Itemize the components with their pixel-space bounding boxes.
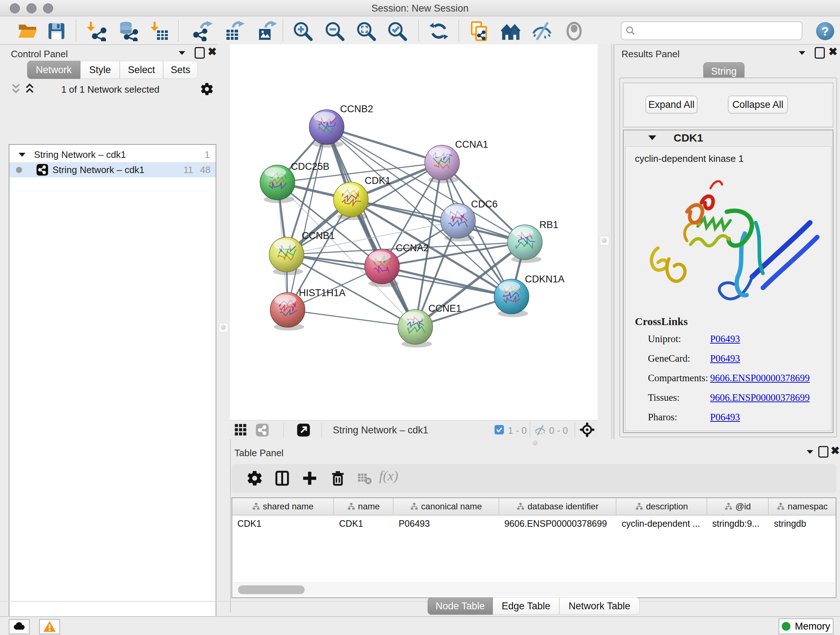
tab-edge-table[interactable]: Edge Table	[493, 597, 559, 615]
show-columns-button[interactable]	[272, 469, 292, 489]
cloud-icon	[12, 620, 26, 633]
network-selection-status: 1 of 1 Network selected	[43, 84, 177, 95]
table-panel-close-icon[interactable]: ✖	[831, 446, 840, 455]
tab-select[interactable]: Select	[120, 61, 163, 79]
column-header[interactable]: canonical name	[393, 498, 499, 515]
tab-sets[interactable]: Sets	[163, 61, 198, 79]
cell-shared-name[interactable]: CDK1	[232, 518, 334, 529]
column-header[interactable]: @id	[707, 498, 769, 515]
crosslink-value-link[interactable]: P06493	[710, 412, 740, 423]
import-table-button[interactable]	[149, 21, 169, 41]
gene-section-caret-icon[interactable]	[648, 135, 656, 140]
first-neighbors-button[interactable]	[501, 21, 521, 41]
network-collection-row[interactable]: String Network – cdk1 1	[9, 147, 216, 162]
table-toolbar: f(x)	[232, 464, 836, 493]
expand-all-button[interactable]: Expand All	[645, 96, 698, 114]
help-button[interactable]: ?	[815, 21, 835, 41]
warnings-button[interactable]	[39, 619, 60, 634]
show-all-button[interactable]	[564, 21, 584, 41]
crosslink-value-link[interactable]: P06493	[710, 333, 740, 345]
network-edge[interactable]	[287, 127, 327, 310]
table-panel-menu-caret-icon[interactable]	[807, 450, 813, 454]
results-panel-close-icon[interactable]: ✖	[829, 47, 837, 57]
column-header[interactable]: database identifier	[499, 498, 616, 515]
crosslink-value-link[interactable]: 9606.ENSP00000378699	[710, 392, 810, 403]
save-session-button[interactable]	[46, 21, 66, 41]
network-edge[interactable]	[327, 127, 442, 163]
right-splitter-grip[interactable]	[600, 236, 609, 245]
column-header[interactable]: namespac	[769, 498, 836, 515]
export-network-button[interactable]	[193, 21, 213, 41]
string-share-gray-icon[interactable]	[256, 423, 269, 437]
birds-eye-view-icon[interactable]	[234, 424, 247, 436]
open-session-button[interactable]	[17, 21, 38, 41]
control-panel-float-icon[interactable]	[195, 47, 205, 59]
export-table-button[interactable]	[224, 21, 245, 41]
column-header[interactable]: description	[616, 498, 707, 515]
network-node-cdc6[interactable]: CDC6	[441, 199, 498, 241]
collapse-all-networks-icon[interactable]	[9, 82, 22, 96]
cloud-status-button[interactable]	[9, 619, 30, 634]
crosslink-value-link[interactable]: P06493	[710, 353, 740, 364]
column-header[interactable]: name	[334, 498, 393, 515]
table-panel-float-icon[interactable]	[818, 446, 829, 458]
tab-node-table[interactable]: Node Table	[428, 597, 493, 615]
cell-id[interactable]: stringdb:9...	[707, 518, 769, 529]
crosslink-value-link[interactable]: 9606.ENSP00000378699	[710, 372, 810, 384]
network-row-selected[interactable]: String Network – cdk1 11 48	[9, 162, 216, 177]
network-node-hist1h1a[interactable]: HIST1H1A	[270, 287, 346, 331]
table-row[interactable]: CDK1 CDK1 P06493 9606.ENSP00000378699 cy…	[232, 516, 836, 532]
memory-button[interactable]: Memory	[778, 618, 834, 634]
results-panel-menu-caret-icon[interactable]	[799, 51, 805, 55]
cell-canonical-name[interactable]: P06493	[393, 518, 499, 529]
right-splitter[interactable]	[598, 44, 615, 439]
apply-layout-button[interactable]	[429, 21, 449, 41]
table-panel-title: Table Panel	[234, 448, 284, 459]
control-panel-close-icon[interactable]: ✖	[208, 47, 217, 57]
open-in-new-window-icon[interactable]	[297, 423, 310, 437]
plus-icon	[301, 470, 318, 487]
network-edge[interactable]	[287, 310, 415, 327]
network-collection-label: String Network – cdk1	[34, 149, 126, 160]
network-graph-svg: CCNB2CCNA1CDC25BCDK1CDC6RB1CCNB1CCNA2CDK…	[230, 44, 598, 420]
network-options-gear-icon[interactable]	[200, 82, 214, 96]
tab-network[interactable]: Network	[27, 61, 80, 79]
export-image-button[interactable]	[256, 21, 276, 41]
delete-table-button[interactable]	[355, 469, 375, 489]
hide-selected-button[interactable]	[532, 21, 552, 41]
cell-name[interactable]: CDK1	[334, 518, 393, 529]
copy-network-button[interactable]	[470, 21, 490, 41]
tree-expand-caret-icon[interactable]	[19, 152, 26, 157]
create-column-button[interactable]	[300, 469, 320, 489]
fit-selected-crosshair-icon[interactable]	[579, 422, 595, 437]
search-input[interactable]	[636, 23, 802, 38]
network-node-rb1[interactable]: RB1	[508, 219, 559, 263]
function-builder-button[interactable]: f(x)	[379, 468, 398, 484]
delete-columns-button[interactable]	[328, 469, 348, 489]
table-options-button[interactable]	[245, 469, 265, 489]
tab-network-table[interactable]: Network Table	[559, 597, 639, 615]
zoom-out-button[interactable]	[325, 21, 345, 41]
results-panel-float-icon[interactable]	[815, 47, 825, 59]
houses-icon	[501, 21, 521, 41]
import-network-file-button[interactable]	[87, 21, 107, 41]
cell-description[interactable]: cyclin-dependent ...	[616, 518, 707, 529]
tab-style[interactable]: Style	[80, 61, 120, 79]
network-view-canvas[interactable]: CCNB2CCNA1CDC25BCDK1CDC6RB1CCNB1CCNA2CDK…	[230, 44, 598, 420]
zoom-fit-button[interactable]	[356, 21, 376, 41]
import-network-from-database-button[interactable]	[118, 21, 138, 41]
collapse-all-button[interactable]: Collapse All	[728, 96, 788, 114]
toolbar-separator	[283, 20, 283, 41]
scrollbar-thumb[interactable]	[238, 585, 305, 594]
zoom-selected-button[interactable]	[387, 21, 407, 41]
cell-namespace[interactable]: stringdb	[769, 518, 836, 529]
left-splitter-grip[interactable]	[219, 323, 228, 333]
cell-database-identifier[interactable]: 9606.ENSP00000378699	[499, 518, 616, 529]
network-node-cdkn1a[interactable]: CDKN1A	[494, 274, 565, 317]
zoom-in-button[interactable]	[293, 21, 313, 41]
table-horizontal-scrollbar[interactable]	[233, 583, 835, 597]
control-panel-menu-caret-icon[interactable]	[179, 51, 185, 55]
network-edge[interactable]	[382, 266, 512, 296]
expand-all-networks-icon[interactable]	[23, 82, 36, 96]
column-header[interactable]: shared name	[232, 498, 334, 515]
